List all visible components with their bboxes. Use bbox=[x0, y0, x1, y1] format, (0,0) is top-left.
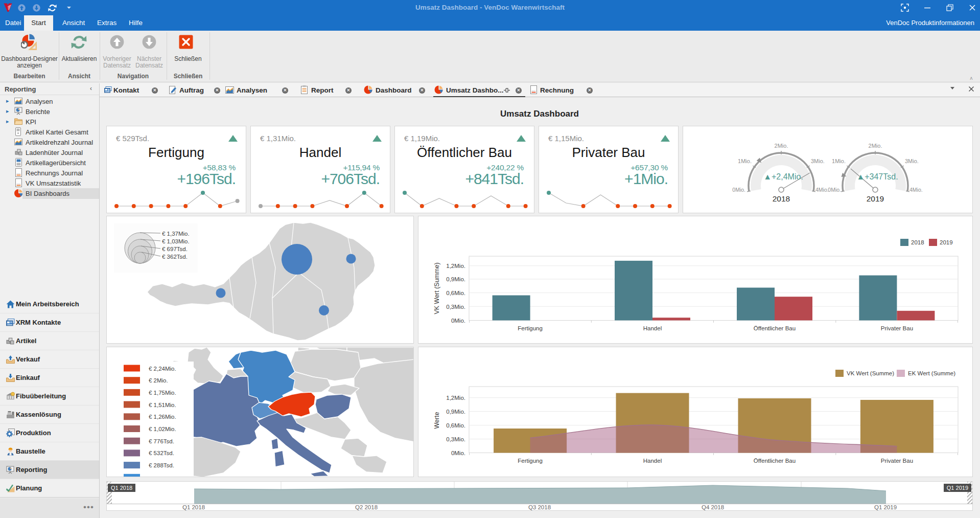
svg-text:Fertigung: Fertigung bbox=[518, 325, 543, 331]
svg-text:€ 532Tsd.: € 532Tsd. bbox=[149, 450, 174, 456]
svg-text:4Mio.: 4Mio. bbox=[815, 187, 829, 193]
svg-text:€ 776Tsd.: € 776Tsd. bbox=[149, 438, 174, 444]
svg-text:2Mio.: 2Mio. bbox=[869, 143, 882, 149]
svg-text:€ 1,03Mio.: € 1,03Mio. bbox=[162, 238, 190, 244]
svg-text:0Mio.: 0Mio. bbox=[828, 187, 841, 193]
svg-text:Handel: Handel bbox=[643, 458, 662, 464]
svg-text:€ 1,26Mio.: € 1,26Mio. bbox=[149, 414, 176, 420]
svg-text:4Mio.: 4Mio. bbox=[909, 187, 923, 193]
svg-text:0,9Mio.: 0,9Mio. bbox=[446, 409, 465, 415]
svg-text:Q1 2018: Q1 2018 bbox=[182, 504, 205, 510]
svg-text:1Mio.: 1Mio. bbox=[832, 158, 846, 164]
svg-text:▲+347Tsd.: ▲+347Tsd. bbox=[856, 172, 898, 181]
svg-text:0,6Mio.: 0,6Mio. bbox=[446, 290, 465, 296]
svg-text:€ 288Tsd.: € 288Tsd. bbox=[149, 462, 174, 468]
svg-text:€ 2,24Mio.: € 2,24Mio. bbox=[149, 366, 176, 372]
svg-text:1,2Mio.: 1,2Mio. bbox=[446, 263, 465, 269]
svg-text:€ 1,51Mio.: € 1,51Mio. bbox=[149, 402, 176, 408]
svg-text:€ 2Mio.: € 2Mio. bbox=[149, 377, 168, 384]
svg-text:0,9Mio.: 0,9Mio. bbox=[446, 276, 465, 282]
svg-text:EK Wert (Summe): EK Wert (Summe) bbox=[908, 370, 955, 376]
svg-text:€ 1,02Mio.: € 1,02Mio. bbox=[149, 426, 176, 432]
svg-text:1,2Mio.: 1,2Mio. bbox=[446, 395, 465, 401]
svg-text:2018: 2018 bbox=[911, 239, 924, 245]
svg-text:€ 1,75Mio.: € 1,75Mio. bbox=[149, 390, 176, 396]
svg-text:Werte: Werte bbox=[433, 412, 440, 429]
svg-text:Öffentlicher Bau: Öffentlicher Bau bbox=[754, 458, 796, 464]
svg-text:▲+2,4Mio.: ▲+2,4Mio. bbox=[763, 172, 803, 181]
svg-text:Q2 2018: Q2 2018 bbox=[355, 504, 378, 510]
svg-text:2Mio.: 2Mio. bbox=[775, 143, 788, 149]
svg-text:3Mio.: 3Mio. bbox=[905, 158, 919, 164]
svg-text:VK Wert (Summe): VK Wert (Summe) bbox=[433, 262, 440, 314]
svg-text:1Mio.: 1Mio. bbox=[738, 158, 752, 164]
svg-text:0,3Mio.: 0,3Mio. bbox=[446, 304, 465, 310]
svg-text:VK Wert (Summe): VK Wert (Summe) bbox=[847, 370, 894, 376]
svg-text:0Mio.: 0Mio. bbox=[451, 318, 465, 324]
svg-text:3Mio.: 3Mio. bbox=[811, 158, 825, 164]
svg-text:Q4 2018: Q4 2018 bbox=[702, 504, 724, 510]
svg-text:0Mio.: 0Mio. bbox=[732, 187, 745, 193]
svg-text:Privater Bau: Privater Bau bbox=[881, 325, 913, 331]
svg-text:2019: 2019 bbox=[940, 239, 953, 245]
svg-text:€ 697Tsd.: € 697Tsd. bbox=[162, 246, 188, 252]
svg-text:0Mio.: 0Mio. bbox=[451, 450, 465, 456]
svg-text:Handel: Handel bbox=[643, 325, 662, 331]
svg-text:0,3Mio.: 0,3Mio. bbox=[446, 436, 465, 442]
svg-text:Öffentlicher Bau: Öffentlicher Bau bbox=[754, 325, 796, 331]
svg-text:Q1 2019: Q1 2019 bbox=[874, 504, 897, 510]
svg-text:Privater Bau: Privater Bau bbox=[881, 458, 913, 464]
svg-text:Fertigung: Fertigung bbox=[518, 458, 543, 464]
svg-text:€ 1,37Mio.: € 1,37Mio. bbox=[162, 231, 190, 237]
svg-text:€ 362Tsd.: € 362Tsd. bbox=[162, 254, 188, 260]
svg-text:2019: 2019 bbox=[867, 194, 884, 203]
svg-text:0,6Mio.: 0,6Mio. bbox=[446, 422, 465, 429]
svg-text:Q3 2018: Q3 2018 bbox=[528, 504, 551, 510]
svg-text:2018: 2018 bbox=[773, 194, 790, 203]
